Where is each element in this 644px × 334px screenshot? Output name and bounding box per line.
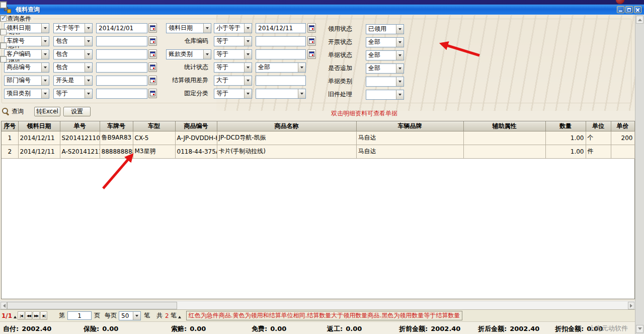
cell[interactable]: 马自达 [356,131,463,145]
filter-value-select[interactable] [256,89,306,99]
chevron-down-icon[interactable] [244,50,252,59]
filter-op-select[interactable]: 包含 [53,49,93,59]
chevron-down-icon[interactable] [298,63,305,72]
filter-value-input[interactable] [96,76,147,86]
chevron-down-icon[interactable] [396,64,404,73]
chevron-down-icon[interactable] [396,38,404,47]
chevron-down-icon[interactable] [85,37,92,46]
calendar-button[interactable] [148,36,157,46]
filter-value-input[interactable] [256,49,306,59]
cell[interactable]: 件 [586,145,611,158]
status-select[interactable]: 全部 [366,37,404,47]
chevron-down-icon[interactable] [203,50,211,59]
chevron-down-icon[interactable] [85,89,92,98]
calendar-button[interactable] [148,62,157,72]
column-header[interactable]: 单价 [611,121,634,131]
status-select[interactable] [366,90,404,100]
status-select[interactable]: 已领用 [366,24,404,34]
chevron-down-icon[interactable] [41,37,49,46]
column-header[interactable]: 序号 [2,121,18,131]
column-header[interactable]: 单号 [60,121,100,131]
cell[interactable]: 个 [586,131,611,145]
filter-value-input[interactable] [96,23,147,33]
cell[interactable]: M3星骋 [133,145,175,158]
first-page-button[interactable]: |◀ [18,311,25,320]
filter-op-select[interactable]: 包含 [53,36,93,46]
filter-op-select[interactable]: 小于等于 [214,23,252,33]
status-select[interactable]: 全部 [366,50,404,60]
filter-value-input[interactable] [96,49,147,59]
chevron-down-icon[interactable] [203,24,211,33]
cell[interactable]: A-JP-DVDDH-KZ [175,131,217,145]
last-page-button[interactable]: ▶| [40,311,47,320]
filter-value-select[interactable]: 全部 [256,62,306,73]
checkbox-unchecked[interactable] [0,42,7,49]
filter-op-select[interactable]: 等于 [214,36,252,46]
calendar-button[interactable] [307,49,316,59]
filter-value-input[interactable] [96,89,147,99]
cell[interactable]: 鲁B9AR83 [100,131,133,145]
cell[interactable]: JP-DCD导航-凯振 [217,131,356,145]
cell[interactable]: 2014/12/11 [18,145,60,158]
vertical-scrollbar[interactable] [635,15,644,334]
cell[interactable]: 2 [2,145,18,158]
cell[interactable]: 2014/12/11 [18,131,60,145]
chevron-down-icon[interactable] [41,89,49,98]
status-select[interactable]: 全部 [366,63,404,74]
cell[interactable]: CX-5 [133,131,175,145]
minimize-button[interactable] [617,6,624,13]
column-header[interactable]: 车型 [133,121,175,131]
calendar-button[interactable] [307,36,316,46]
next-page-button[interactable]: ▶▶ [33,311,40,320]
filter-op-select[interactable]: 等于 [53,89,93,99]
cell[interactable] [611,145,634,158]
chevron-down-icon[interactable] [41,50,49,59]
checkbox-checked[interactable] [0,15,7,22]
filter-op-select[interactable]: 大于 [214,76,252,86]
chevron-down-icon[interactable] [396,90,404,99]
cell[interactable] [463,131,545,145]
filter-op-select[interactable]: 等于 [214,49,252,59]
chevron-down-icon[interactable] [244,76,252,85]
table-row[interactable]: 1 2014/12/11 S20141211004 鲁B9AR83 CX-5 A… [2,131,634,145]
cell[interactable]: 1.00 [545,145,586,158]
cell[interactable] [463,145,545,158]
query-button[interactable]: 查询 [2,106,24,116]
filter-value-input[interactable] [256,76,306,86]
chevron-down-icon[interactable] [396,77,404,86]
calendar-button[interactable] [148,89,157,98]
column-header[interactable]: 单位 [586,121,611,131]
filter-field-select[interactable]: 部门编号 [4,76,49,86]
filter-field-select[interactable]: 领料日期 [166,23,211,33]
column-header[interactable]: 车辆品牌 [356,121,463,131]
horizontal-scrollbar[interactable] [0,301,635,309]
cell[interactable]: 0118-44-375AL1 [175,145,217,158]
filter-field-select[interactable]: 项目类别 [4,89,49,99]
column-header[interactable]: 商品名称 [217,121,356,131]
filter-field-select[interactable]: 账款类别 [166,49,211,59]
filter-value-input[interactable] [256,36,306,46]
calendar-button[interactable] [148,23,157,33]
settings-button[interactable]: 设置 [63,107,91,116]
page-number-input[interactable] [67,311,92,320]
column-header[interactable]: 辅助属性 [463,121,545,131]
chevron-down-icon[interactable] [396,51,404,60]
filter-op-select[interactable]: 包含 [53,62,93,73]
cell[interactable]: 马自达 [356,145,463,158]
filter-op-select[interactable]: 等于 [214,62,252,73]
chevron-down-icon[interactable] [85,24,92,33]
chevron-down-icon[interactable] [298,89,305,98]
filter-field-select[interactable]: 客户编码 [4,49,49,59]
filter-op-select[interactable]: 等于 [214,89,252,99]
cell[interactable]: A-S20141211001 [60,145,100,158]
sort-marker-icon[interactable] [14,314,17,318]
filter-value-input[interactable] [96,36,147,46]
chevron-down-icon[interactable] [41,76,49,85]
filter-value-input[interactable] [256,23,306,33]
cell[interactable]: S20141211004 [60,131,100,145]
close-button[interactable] [634,6,641,13]
cell[interactable]: 1 [2,131,18,145]
checkbox-unchecked[interactable] [0,29,7,35]
filter-value-input[interactable] [96,62,147,73]
chevron-down-icon[interactable] [244,24,252,33]
